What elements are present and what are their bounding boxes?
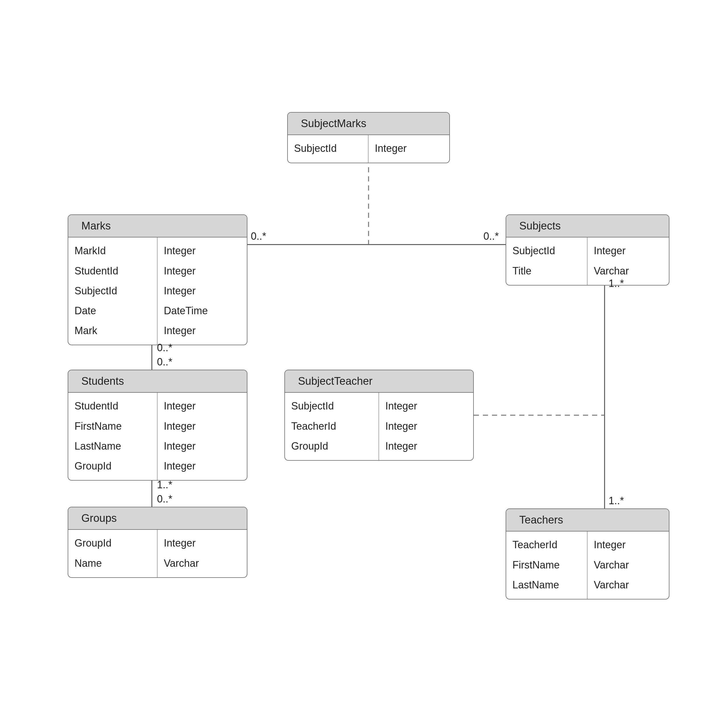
multiplicity-label: 1..* [609,495,624,507]
entity-students: Students StudentId FirstName LastName Gr… [68,370,248,480]
field-name: SubjectId [512,241,587,261]
field-types: Integer Integer Integer DateTime Integer [158,237,247,345]
field-name: TeacherId [291,416,378,436]
entity-subject-teacher: SubjectTeacher SubjectId TeacherId Group… [284,370,474,461]
field-name: StudentId [75,396,157,416]
field-type: Integer [164,396,247,416]
field-types: Integer Integer Integer Integer [158,393,247,480]
entity-title: Marks [68,215,247,237]
field-names: SubjectId Title [506,237,587,284]
field-type: Integer [375,139,449,158]
field-name: LastName [75,436,157,456]
field-name: SubjectId [291,396,378,416]
field-names: GroupId Name [68,530,158,577]
field-type: Varchar [594,555,669,575]
field-type: Integer [385,436,473,456]
entity-title: SubjectMarks [288,113,449,135]
field-name: Title [512,261,587,281]
field-types: Integer Integer Integer [379,393,473,460]
field-type: Integer [164,533,247,553]
multiplicity-label: 0..* [157,356,172,368]
field-name: MarkId [75,241,157,261]
multiplicity-label: 0..* [157,342,172,354]
field-name: FirstName [512,555,587,575]
entity-title: Teachers [506,509,669,532]
entity-teachers: Teachers TeacherId FirstName LastName In… [506,508,670,600]
field-type: Integer [594,535,669,555]
field-name: GroupId [75,533,157,553]
field-names: TeacherId FirstName LastName [506,532,587,599]
field-name: LastName [512,575,587,595]
field-name: GroupId [291,436,378,456]
field-names: SubjectId TeacherId GroupId [285,393,379,460]
connector-lines [0,0,728,728]
field-type: DateTime [164,301,247,321]
multiplicity-label: 0..* [483,230,499,242]
entity-subject-marks: SubjectMarks SubjectId Integer [287,112,450,163]
field-name: Name [75,554,157,573]
field-name: SubjectId [294,139,368,158]
field-type: Integer [164,281,247,301]
field-type: Integer [385,396,473,416]
entity-groups: Groups GroupId Name Integer Varchar [68,507,248,578]
entity-title: Subjects [506,215,669,237]
field-names: StudentId FirstName LastName GroupId [68,393,158,480]
multiplicity-label: 0..* [157,493,172,505]
entity-marks: Marks MarkId StudentId SubjectId Date Ma… [68,214,248,345]
multiplicity-label: 1..* [157,479,172,491]
field-name: TeacherId [512,535,587,555]
entity-title: SubjectTeacher [285,370,473,393]
multiplicity-label: 1..* [609,278,624,289]
field-type: Integer [164,416,247,436]
field-types: Integer [369,135,449,162]
field-name: SubjectId [75,281,157,301]
field-name: Date [75,301,157,321]
field-types: Integer Varchar [587,237,669,284]
field-name: FirstName [75,416,157,436]
field-types: Integer Varchar Varchar [587,532,669,599]
field-types: Integer Varchar [158,530,247,577]
field-type: Integer [164,456,247,476]
entity-title: Groups [68,507,247,530]
entity-title: Students [68,370,247,393]
field-name: StudentId [75,261,157,281]
field-type: Integer [385,416,473,436]
field-type: Varchar [164,554,247,573]
field-type: Integer [164,321,247,341]
field-type: Varchar [594,575,669,595]
entity-subjects: Subjects SubjectId Title Integer Varchar [506,214,670,286]
field-names: MarkId StudentId SubjectId Date Mark [68,237,158,345]
field-type: Varchar [594,261,669,281]
er-diagram-canvas: SubjectMarks SubjectId Integer Marks Mar… [0,0,728,728]
field-type: Integer [594,241,669,261]
field-type: Integer [164,261,247,281]
multiplicity-label: 0..* [251,230,266,242]
field-names: SubjectId [288,135,369,162]
field-name: GroupId [75,456,157,476]
field-type: Integer [164,436,247,456]
field-name: Mark [75,321,157,341]
field-type: Integer [164,241,247,261]
